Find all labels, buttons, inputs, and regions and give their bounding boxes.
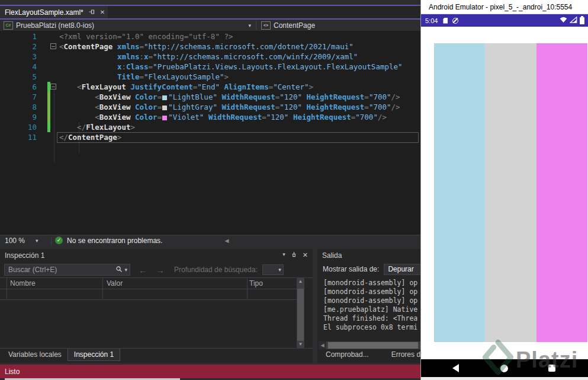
code-text: Title="FlexLayoutSample"> xyxy=(117,72,229,82)
editor-status-strip: 100 % ▾ ✓ No se encontraron problemas. ◀ xyxy=(0,235,420,245)
code-text: x:Class="PruebaPlatzi.Views.Layouts.Flex… xyxy=(117,62,403,72)
csharp-project-icon: C# xyxy=(4,21,13,30)
document-tab-bar: FlexLayoutSample.xaml* ✕ xyxy=(0,6,420,18)
chevron-down-icon[interactable]: ▾ xyxy=(124,267,127,273)
fold-toggle-icon[interactable]: – xyxy=(50,84,56,90)
watch-panel-title: Inspección 1 xyxy=(0,249,313,262)
change-tracking-bar xyxy=(47,112,50,122)
nav-back-icon[interactable] xyxy=(452,364,459,372)
column-header-valor[interactable]: Valor xyxy=(107,279,123,288)
scrollbar-thumb[interactable] xyxy=(328,342,418,349)
health-message: No se encontraron problemas. xyxy=(67,237,162,245)
project-dropdown[interactable]: C# PruebaPlatzi (net8.0-ios) ▾ xyxy=(0,20,255,31)
code-line-2[interactable]: 2–<ContentPage xmlns="http://schemas.mic… xyxy=(0,41,420,52)
color-swatch xyxy=(162,95,167,100)
line-number: 3 xyxy=(0,52,37,62)
watch-panel-tabs: Variables locales Inspección 1 xyxy=(2,349,120,363)
code-line-5[interactable]: 5Title="FlexLayoutSample"> xyxy=(0,72,420,82)
android-emulator-window: Android Emulator - pixel_5_-_androi_10:5… xyxy=(420,0,588,380)
pin-icon[interactable] xyxy=(291,251,297,259)
chevron-down-icon: ▾ xyxy=(248,23,251,28)
scroll-up-arrow[interactable]: ▲ xyxy=(297,278,304,285)
code-text: </FlexLayout> xyxy=(77,122,135,132)
line-number: 5 xyxy=(0,72,37,82)
element-dropdown[interactable]: <> ContentPage xyxy=(258,21,315,30)
boxview-lightgray xyxy=(485,43,536,342)
flexlayout-boxviews xyxy=(434,43,587,342)
emulator-title-bar[interactable]: Android Emulator - pixel_5_-_androi_10:5… xyxy=(421,0,588,14)
nav-recents-icon[interactable] xyxy=(548,365,555,372)
sdcard-icon xyxy=(443,18,448,24)
watch-table[interactable]: Nombre Valor Tipo ▲ ▼ xyxy=(0,277,313,349)
window-menu-icon[interactable]: ▾ xyxy=(282,251,285,259)
no-issues-check-icon: ✓ xyxy=(55,237,63,244)
watch-title-text: Inspección 1 xyxy=(5,251,44,260)
tab-comprobacion[interactable]: Comprobad... xyxy=(320,349,375,361)
change-tracking-bar xyxy=(47,62,50,72)
code-line-11[interactable]: 11</ContentPage> xyxy=(0,132,420,142)
search-depth-label: Profundidad de búsqueda: xyxy=(174,266,258,274)
change-tracking-bar xyxy=(47,132,50,142)
table-row[interactable] xyxy=(0,289,304,300)
fold-toggle-icon[interactable]: – xyxy=(50,43,56,49)
change-tracking-bar xyxy=(47,72,50,82)
wifi-icon xyxy=(560,17,567,24)
chevron-down-icon: ▾ xyxy=(278,267,281,273)
emulator-screen[interactable] xyxy=(421,27,588,359)
tab-flexlayoutsample[interactable]: FlexLayoutSample.xaml* ✕ xyxy=(0,6,108,18)
column-header-nombre[interactable]: Nombre xyxy=(10,279,36,288)
code-text: <ContentPage xmlns="http://schemas.micro… xyxy=(59,41,354,52)
back-arrow-icon[interactable]: ← xyxy=(139,265,147,275)
close-icon[interactable]: ✕ xyxy=(303,251,308,259)
close-icon[interactable]: ✕ xyxy=(100,9,105,15)
code-line-8[interactable]: 8<BoxView Color="LightGray" WidthRequest… xyxy=(0,102,420,112)
tab-inspeccion-1[interactable]: Inspección 1 xyxy=(68,349,120,361)
code-line-4[interactable]: 4x:Class="PruebaPlatzi.Views.Layouts.Fle… xyxy=(0,62,420,72)
element-name: ContentPage xyxy=(274,21,315,30)
watch-toolbar: Buscar (Ctrl+E) ▾ ← → Profundidad de bús… xyxy=(0,262,313,277)
code-line-6[interactable]: 6–<FlexLayout JustifyContent="End" Align… xyxy=(0,82,420,92)
zoom-dropdown[interactable]: 100 % ▾ xyxy=(0,237,47,245)
no-sim-icon xyxy=(452,18,458,24)
line-number: 2 xyxy=(0,41,37,52)
chevron-down-icon: ▾ xyxy=(36,238,38,244)
signal-icon xyxy=(570,17,577,24)
nav-home-icon[interactable] xyxy=(500,365,508,372)
code-line-9[interactable]: 9<BoxView Color="Violet" WidthRequest="1… xyxy=(0,112,420,122)
output-title-text: Salida xyxy=(322,251,342,260)
pin-icon[interactable] xyxy=(89,9,95,16)
code-line-1[interactable]: 1<?xml version="1.0" encoding="utf-8" ?> xyxy=(0,31,420,41)
code-line-7[interactable]: 7<BoxView Color="LightBlue" WidthRequest… xyxy=(0,92,420,102)
code-editor[interactable]: 1<?xml version="1.0" encoding="utf-8" ?>… xyxy=(0,31,420,235)
search-icon xyxy=(115,266,123,274)
column-header-tipo[interactable]: Tipo xyxy=(249,279,263,288)
search-depth-dropdown[interactable]: ▾ xyxy=(262,264,284,275)
emulator-window-title: Android Emulator - pixel_5_-_androi_10:5… xyxy=(429,3,572,11)
line-number: 1 xyxy=(0,31,37,41)
code-text: <?xml version="1.0" encoding="utf-8" ?> xyxy=(59,31,233,41)
line-number: 6 xyxy=(0,82,37,92)
color-swatch xyxy=(162,106,167,110)
tab-variables-locales[interactable]: Variables locales xyxy=(2,349,68,361)
code-text: xmlns:x="http://schemas.microsoft.com/wi… xyxy=(117,52,358,62)
scroll-down-arrow[interactable]: ▼ xyxy=(297,341,304,348)
line-number: 10 xyxy=(0,122,37,132)
scrollbar-thumb[interactable] xyxy=(297,289,304,341)
code-line-10[interactable]: 10</FlexLayout> xyxy=(0,122,420,132)
change-tracking-bar xyxy=(47,52,50,62)
change-tracking-bar xyxy=(47,122,50,132)
code-lines: 1<?xml version="1.0" encoding="utf-8" ?>… xyxy=(0,31,420,142)
hscroll-left-arrow[interactable]: ◀ xyxy=(224,238,229,244)
output-source-value: Depurar xyxy=(388,265,413,273)
screen: FlexLayoutSample.xaml* ✕ C# PruebaPlatzi… xyxy=(0,0,588,380)
status-text: Listo xyxy=(5,368,20,376)
emulator-window-edge xyxy=(421,377,588,380)
line-number: 11 xyxy=(0,132,37,142)
battery-icon xyxy=(580,17,584,24)
code-line-3[interactable]: 3xmlns:x="http://schemas.microsoft.com/w… xyxy=(0,52,420,62)
forward-arrow-icon[interactable]: → xyxy=(156,265,165,275)
code-text: <BoxView Color="LightGray" WidthRequest=… xyxy=(95,102,400,112)
divider xyxy=(51,237,52,245)
search-input[interactable]: Buscar (Ctrl+E) ▾ xyxy=(4,264,130,276)
watch-vertical-scrollbar[interactable]: ▲ ▼ xyxy=(297,278,304,348)
